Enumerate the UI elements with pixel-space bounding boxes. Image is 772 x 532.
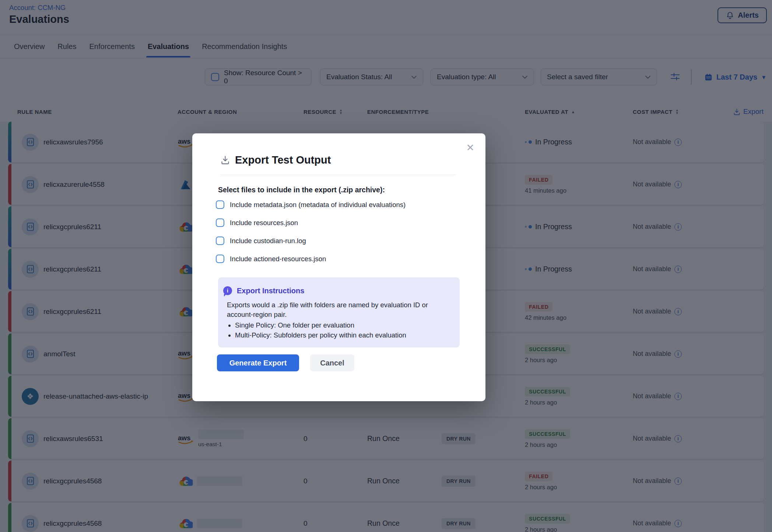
checkbox[interactable] — [216, 218, 224, 227]
select-files-label: Select files to include in the export (.… — [218, 186, 385, 194]
checkbox[interactable] — [216, 237, 224, 245]
close-icon[interactable]: ✕ — [466, 143, 474, 153]
instructions-body: Exports would a .zip file with folders a… — [227, 300, 455, 319]
checkbox-resources-json[interactable]: Include resources.json — [216, 218, 406, 227]
instructions-bullets: Single Policy: One folder per evaluation… — [235, 320, 406, 340]
export-test-output-modal: ✕ Export Test Output Select files to inc… — [192, 133, 485, 401]
export-instructions-callout: i Export Instructions Exports would a .z… — [218, 277, 460, 347]
generate-export-button[interactable]: Generate Export — [217, 354, 299, 371]
checkbox-metadata-json[interactable]: Include metadata.json (metadata of indiv… — [216, 200, 406, 209]
checkbox-custodian-run-log[interactable]: Include custodian-run.log — [216, 237, 406, 245]
instructions-title: Export Instructions — [237, 287, 304, 295]
modal-title: Export Test Output — [235, 154, 331, 166]
cancel-button[interactable]: Cancel — [310, 354, 354, 371]
evaluations-page: Account: CCM-NG Evaluations Alerts Overv… — [0, 0, 772, 532]
export-file-options: Include metadata.json (metadata of indiv… — [216, 200, 406, 263]
checkbox-actioned-resources-json[interactable]: Include actioned-resources.json — [216, 255, 406, 263]
divider — [220, 175, 456, 175]
info-bubble-icon: i — [223, 286, 232, 295]
checkbox[interactable] — [216, 255, 224, 263]
checkbox[interactable] — [216, 200, 224, 209]
download-icon — [220, 155, 230, 165]
